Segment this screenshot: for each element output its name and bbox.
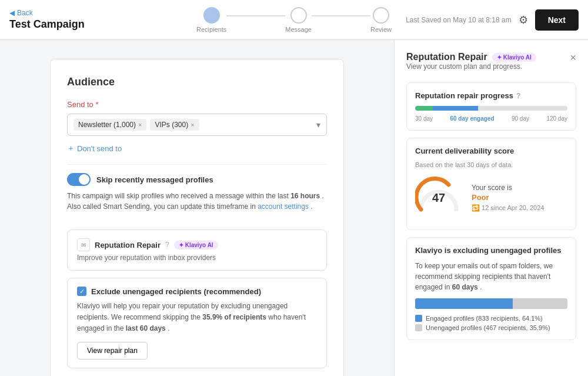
exclude-box: ✓ Exclude unengaged recipients (recommen… — [67, 278, 327, 368]
header-right: Last Saved on May 10 at 8:18 am ⚙ Next — [406, 9, 579, 31]
skip-toggle-row: Skip recently messaged profiles — [67, 173, 327, 186]
chart-legend: Engaged profiles (833 recipients, 64.1%)… — [415, 315, 567, 331]
progress-title: Reputation repair progress ? — [415, 91, 567, 100]
panel-ai-star-icon: ✦ — [497, 54, 502, 61]
back-label: Back — [17, 9, 33, 17]
step-label-review: Review — [370, 26, 392, 33]
gauge-chart: 47 — [415, 174, 462, 221]
progress-section: Reputation repair progress ? 30 day 60 d… — [406, 82, 576, 131]
checkmark-icon: ✓ — [79, 288, 85, 295]
legend-engaged: Engaged profiles (833 recipients, 64.1%) — [415, 315, 567, 322]
progress-help-icon[interactable]: ? — [516, 92, 520, 100]
score-since: 🔁 12 since Apr 20, 2024 — [472, 204, 544, 212]
panel-subtitle: View your custom plan and progress. — [406, 62, 536, 71]
step-message[interactable]: Message — [285, 7, 312, 33]
legend-dot-unengaged — [415, 324, 422, 331]
header: ◀ Back Test Campaign Recipients Message … — [0, 0, 588, 40]
reputation-repair-box: ✉ Reputation Repair ? ✦ Klaviyo AI Impro… — [67, 229, 327, 271]
skip-section: Skip recently messaged profiles This cam… — [67, 164, 327, 220]
campaign-title: Test Campaign — [9, 18, 92, 31]
remove-vips-tag[interactable]: × — [191, 121, 194, 128]
help-icon[interactable]: ? — [165, 241, 169, 249]
exclude-description: Klaviyo will help you repair your reputa… — [77, 301, 317, 335]
rep-subtitle: Improve your reputation with inbox provi… — [77, 254, 317, 262]
dont-send-link[interactable]: ＋ Don't send to — [67, 143, 327, 154]
unengaged-description: To keep your emails out of spam folders,… — [415, 261, 567, 292]
rep-title: Reputation Repair — [95, 241, 161, 249]
header-left: ◀ Back Test Campaign — [9, 9, 92, 31]
engagement-bar-chart — [415, 298, 567, 309]
progress-90day — [478, 106, 523, 111]
back-link[interactable]: ◀ Back — [9, 9, 92, 17]
score-quality: Poor — [472, 193, 544, 202]
skip-title: Skip recently messaged profiles — [96, 175, 213, 184]
panel-title: Reputation Repair — [406, 52, 487, 62]
toggle-knob — [79, 174, 89, 185]
left-content: Audience Send to * Newsletter (1,000) × … — [0, 40, 394, 376]
step-circle-message — [290, 7, 307, 24]
view-repair-plan-button[interactable]: View repair plan — [77, 342, 148, 360]
step-circle-recipients — [203, 7, 220, 24]
ai-star-icon: ✦ — [179, 242, 183, 248]
audience-card: Audience Send to * Newsletter (1,000) × … — [50, 59, 344, 376]
main-layout: Audience Send to * Newsletter (1,000) × … — [0, 40, 588, 376]
tag-vips: VIPs (300) × — [150, 119, 199, 131]
account-settings-link[interactable]: account settings — [258, 202, 309, 211]
unengaged-section: Klaviyo is excluding unengaged profiles … — [406, 237, 576, 340]
step-label-message: Message — [285, 26, 312, 33]
unengaged-bar-segment — [513, 298, 567, 309]
send-to-label: Send to * — [67, 100, 327, 109]
last-saved-text: Last Saved on May 10 at 8:18 am — [406, 16, 511, 24]
score-desc: Based on the last 30 days of data. — [415, 161, 567, 168]
back-arrow-icon: ◀ — [9, 9, 15, 17]
step-circle-review — [373, 7, 389, 24]
rep-header: ✉ Reputation Repair ? ✦ Klaviyo AI — [77, 238, 317, 251]
score-section: Current deliverability score Based on th… — [406, 138, 576, 230]
exclude-header: ✓ Exclude unengaged recipients (recommen… — [77, 287, 317, 296]
ai-badge: ✦ Klaviyo AI — [174, 241, 218, 249]
score-label: Your score is — [472, 184, 544, 192]
score-display: 47 Your score is Poor 🔁 12 since Apr 20,… — [415, 174, 567, 221]
progress-labels: 30 day 60 day engaged 90 day 120 day — [415, 115, 567, 122]
gauge-number: 47 — [432, 191, 445, 205]
unengaged-title: Klaviyo is excluding unengaged profiles — [415, 246, 567, 255]
tag-dropdown-icon[interactable]: ▾ — [316, 120, 320, 129]
skip-toggle[interactable] — [67, 173, 91, 186]
right-panel: Reputation Repair ✦ Klaviyo AI View your… — [394, 40, 588, 376]
score-info: Your score is Poor 🔁 12 since Apr 20, 20… — [472, 184, 544, 212]
steps-nav: Recipients Message Review — [196, 7, 392, 33]
engagement-bar — [415, 298, 567, 309]
audience-title: Audience — [67, 76, 327, 88]
exclude-checkbox[interactable]: ✓ — [77, 287, 86, 296]
progress-30day — [415, 106, 433, 111]
exclude-title: Exclude unengaged recipients (recommende… — [91, 287, 261, 296]
settings-button[interactable]: ⚙ — [519, 14, 528, 26]
step-line-1 — [226, 15, 285, 16]
send-to-input[interactable]: Newsletter (1,000) × VIPs (300) × ▾ — [67, 114, 327, 136]
close-panel-button[interactable]: × — [570, 52, 576, 64]
progress-120day — [523, 106, 567, 111]
next-button[interactable]: Next — [535, 9, 579, 31]
engaged-bar-segment — [415, 298, 513, 309]
legend-dot-engaged — [415, 315, 422, 322]
progress-60day — [433, 106, 477, 111]
step-label-recipients: Recipients — [196, 26, 226, 33]
panel-ai-badge: ✦ Klaviyo AI — [492, 53, 536, 62]
tag-newsletter: Newsletter (1,000) × — [74, 119, 146, 131]
skip-description: This campaign will skip profiles who rec… — [67, 191, 327, 212]
progress-bar — [415, 106, 567, 111]
step-line-2 — [312, 15, 370, 16]
envelope-icon: ✉ — [77, 238, 90, 251]
step-review[interactable]: Review — [370, 7, 392, 33]
panel-title-group: Reputation Repair ✦ Klaviyo AI View your… — [406, 52, 536, 80]
panel-title-row: Reputation Repair ✦ Klaviyo AI — [406, 52, 536, 62]
remove-newsletter-tag[interactable]: × — [138, 121, 142, 128]
step-recipients[interactable]: Recipients — [196, 7, 226, 33]
legend-unengaged: Unengaged profiles (467 recipients, 35.9… — [415, 324, 567, 331]
score-title: Current deliverability score — [415, 147, 567, 155]
panel-header: Reputation Repair ✦ Klaviyo AI View your… — [406, 52, 576, 80]
